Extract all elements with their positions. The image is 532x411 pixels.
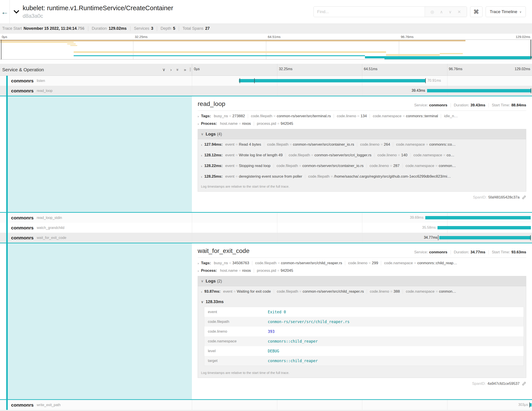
field-key: host.name — [220, 268, 238, 273]
process-row[interactable]: ›Process:host.name=nixosprocess.pid=9420… — [198, 268, 526, 273]
equals-sign: = — [413, 261, 417, 265]
logs-box: ∨Logs(4)›127.94ms:event=Read 4 bytescode… — [198, 129, 526, 192]
span-bar[interactable] — [427, 89, 531, 92]
chevron-right-icon: › — [198, 114, 199, 118]
detail-divider — [198, 111, 526, 111]
field-value: nixos — [242, 268, 251, 273]
equals-sign: = — [228, 114, 232, 118]
view-selector-label: Trace Timeline — [490, 9, 517, 14]
table-key: code.lineno — [208, 329, 268, 334]
span-row[interactable]: conmonrsread_loop_stdin39.69ms — [0, 213, 532, 223]
log-field: code.filepath=conmon-rs/server/src/child… — [255, 261, 342, 265]
span-detail-panel: read_loopService:conmonrsDuration:39.43m… — [192, 96, 532, 212]
logs-toggle[interactable]: ∨Logs(2) — [198, 276, 526, 286]
process-row[interactable]: ›Process:host.name=nixosprocess.pid=9420… — [198, 121, 526, 126]
chevron-right-icon: › — [201, 153, 202, 157]
span-row-timeline-cell: 303μs — [192, 400, 532, 410]
view-selector-button[interactable]: Trace Timeline ∨ — [486, 6, 526, 17]
tags-row[interactable]: ›Tags:busy_ns=34506763code.filepath=conm… — [198, 261, 526, 265]
span-row[interactable]: conmonrslisten70.91ms — [0, 76, 532, 86]
field-value: 287 — [393, 164, 399, 168]
minimap-cursor[interactable] — [1, 40, 2, 59]
log-entry-toggle[interactable]: ›127.94ms:event=Read 4 bytescode.filepat… — [198, 139, 526, 150]
span-duration-label: 303μs — [518, 403, 528, 407]
equals-sign: = — [288, 142, 293, 147]
info-label: Duration: — [454, 103, 469, 108]
tags-label: Tags: — [201, 261, 211, 265]
span-bar[interactable] — [530, 403, 532, 407]
tags-row[interactable]: ›Tags:busy_ns=273882code.filepath=conmon… — [198, 114, 526, 118]
span-log-tick — [254, 78, 255, 83]
log-entry-toggle[interactable]: ∨128.33ms — [198, 297, 526, 305]
field-value: 140 — [401, 153, 407, 157]
span-row[interactable]: conmonrsread_loop39.43ms — [0, 86, 532, 96]
log-field: event=deregistering event source from po… — [225, 174, 302, 179]
find-input[interactable] — [314, 7, 425, 17]
span-indent-guide — [6, 76, 8, 86]
table-key: code.filepath — [208, 320, 268, 324]
timeline-minimap[interactable] — [0, 39, 532, 59]
field-divider — [367, 289, 367, 294]
span-detail-info: Service:conmonrsDuration:39.43msStart Ti… — [414, 103, 526, 108]
collapse-trace-toggle[interactable] — [13, 10, 19, 14]
logs-count: (2) — [217, 279, 222, 284]
meta-label: Depth — [161, 26, 171, 31]
span-bar[interactable] — [437, 226, 531, 229]
span-id: 4a947cfd1ce59537 — [487, 382, 520, 386]
log-entry-toggle[interactable]: ›128.22ms:event=Stopping read loopcode.f… — [198, 161, 526, 171]
field-key: code.lineno — [377, 153, 397, 157]
minimap-gridline — [133, 40, 133, 59]
chevron-right-icon: › — [201, 290, 202, 294]
field-value: conmonrs::terminal — [406, 114, 438, 118]
log-entry-toggle[interactable]: ›128.12ms:event=Wrote log line of length… — [198, 150, 526, 161]
span-bar[interactable] — [239, 79, 426, 82]
field-key: code.namespace — [406, 289, 434, 294]
minimap-cursor[interactable] — [531, 40, 531, 59]
timeline-tick-label: 0μs — [2, 35, 7, 39]
span-bar[interactable] — [425, 216, 531, 219]
timeline-tick-label: 32.25ms — [135, 35, 148, 39]
field-value: conmonrs::co… — [429, 142, 456, 147]
span-row[interactable]: conmonrswatch_grandchild35.58ms — [0, 223, 532, 233]
equals-sign: = — [356, 114, 361, 118]
prev-result-icon[interactable]: ∧ — [440, 9, 443, 14]
keyboard-shortcuts-button[interactable]: ⌘ — [470, 6, 483, 17]
back-button[interactable]: ← — [0, 0, 10, 24]
next-result-icon[interactable]: ∨ — [449, 9, 452, 14]
log-field: code.filepath=conmon-rs/server/src/conta… — [277, 164, 364, 168]
span-row[interactable]: conmonrswait_for_exit_code34.77ms — [0, 233, 532, 243]
locate-icon[interactable]: ◎ — [430, 9, 434, 14]
expand-all-button[interactable]: » — [184, 67, 186, 72]
span-bar[interactable] — [439, 236, 531, 239]
field-key: code.namespace — [396, 142, 425, 147]
span-detail-header: read_loopService:conmonrsDuration:39.43m… — [198, 100, 526, 108]
log-entry-toggle[interactable]: ›128.25ms:event=deregistering event sour… — [198, 171, 526, 182]
collapse-all-button[interactable]: » — [175, 68, 180, 71]
equals-sign: = — [442, 153, 446, 157]
log-field: event=Wrote log line of length 49 — [225, 153, 283, 157]
info-value: 93.63ms — [511, 250, 526, 254]
field-key: code.namespace — [373, 114, 401, 118]
column-resizer[interactable]: ∥ — [189, 67, 191, 72]
meta-divider — [157, 26, 157, 31]
table-row: code.filepathconmon-rs/server/src/child_… — [204, 317, 523, 327]
logs-toggle[interactable]: ∨Logs(4) — [198, 129, 526, 139]
equals-sign: = — [232, 289, 237, 294]
clear-search-icon[interactable]: ✕ — [457, 9, 461, 14]
equals-sign: = — [298, 289, 303, 294]
collapse-one-button[interactable]: ∨ — [162, 67, 165, 72]
equals-sign: = — [330, 174, 334, 178]
field-value: 273882 — [232, 114, 245, 118]
span-link-icon[interactable] — [522, 382, 526, 386]
equals-sign: = — [367, 261, 372, 265]
meta-item: Total Spans27 — [183, 26, 210, 31]
log-entry-toggle[interactable]: ›93.87ms:event=Waiting for exit codecode… — [198, 286, 526, 297]
span-link-icon[interactable] — [522, 195, 526, 200]
span-row-timeline-cell: 35.58ms — [192, 223, 532, 233]
log-field: code.lineno=134 — [337, 114, 367, 118]
meta-item: Duration129.02ms — [92, 26, 127, 31]
expand-one-button[interactable]: › — [170, 67, 172, 72]
span-row[interactable]: conmonrswrite_exit_path303μs — [0, 400, 532, 410]
field-divider — [345, 261, 345, 265]
back-arrow-icon: ← — [1, 8, 9, 16]
